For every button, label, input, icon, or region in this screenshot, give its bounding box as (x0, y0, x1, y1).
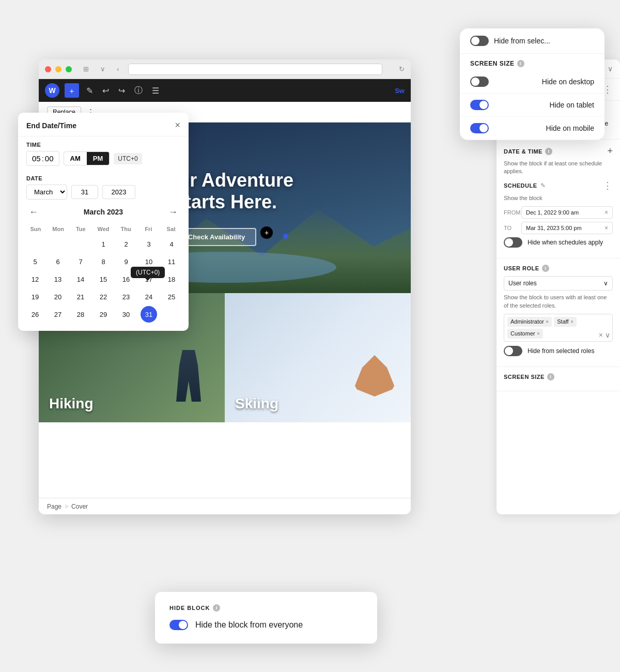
date-time-info-icon: i (545, 148, 552, 155)
schedule-edit-icon[interactable]: ✎ (540, 182, 546, 189)
hide-from-selected-toggle[interactable] (470, 36, 489, 46)
hide-from-selected-label: Hide from selec... (494, 37, 594, 45)
calendar-day-23[interactable]: 23 (118, 288, 134, 305)
from-label: FROM (504, 209, 518, 216)
date-time-plus-icon[interactable]: + (607, 146, 613, 157)
calendar-day-13[interactable]: 13 (50, 271, 66, 287)
redo-icon[interactable]: ↪ (116, 84, 127, 98)
day-header-tue: Tue (69, 224, 92, 234)
hour-display: 05 (32, 154, 41, 163)
pencil-icon[interactable]: ✎ (84, 84, 95, 98)
calendar-day-29[interactable]: 29 (95, 306, 112, 323)
schedule-options-icon[interactable]: ⋮ (603, 180, 613, 191)
pm-button[interactable]: PM (87, 152, 110, 165)
preview-button[interactable]: Sw (395, 87, 405, 95)
url-bar[interactable] (128, 64, 382, 75)
breadcrumb-separator: > (65, 503, 68, 510)
am-button[interactable]: AM (64, 152, 87, 165)
day-header-sun: Sun (24, 224, 47, 234)
calendar-days: 1234567891011121314151617181920212223242… (24, 236, 182, 323)
calendar-day-6[interactable]: 6 (50, 253, 66, 270)
hiking-title: Hiking (49, 395, 94, 412)
info-icon[interactable]: ⓘ (132, 83, 145, 98)
ampm-group: AM PM (64, 151, 110, 165)
calendar-day-8[interactable]: 8 (95, 253, 112, 270)
calendar-day-30[interactable]: 30 (118, 306, 134, 323)
to-clear-icon[interactable]: × (605, 224, 608, 232)
undo-icon[interactable]: ↩ (100, 84, 111, 98)
calendar-day-24[interactable]: 24 (141, 288, 157, 305)
tablet-toggle[interactable] (470, 100, 489, 110)
time-label: TIME (26, 142, 180, 148)
add-to-block-icon[interactable]: + (260, 226, 273, 239)
calendar-day-5[interactable]: 5 (27, 253, 43, 270)
hide-selected-roles-toggle[interactable] (504, 346, 522, 356)
calendar-day-3[interactable]: 3 (141, 236, 157, 252)
to-label: TO (504, 225, 518, 231)
list-view-icon[interactable]: ☰ (150, 84, 161, 98)
calendar-day-2[interactable]: 2 (118, 236, 134, 252)
calendar-day-25[interactable]: 25 (163, 288, 180, 305)
user-role-section: USER ROLE i User roles ∨ Show the block … (497, 258, 620, 367)
date-time-section: DATE & TIME i + Show the block if at lea… (497, 140, 620, 258)
datetime-popup-title: End Date/Time (26, 121, 76, 130)
hide-schedules-toggle-row: Hide when schedules apply (504, 237, 613, 248)
calendar-month-year: March 2023 (84, 208, 123, 216)
calendar-day-11[interactable]: 11 (163, 253, 180, 270)
calendar-day-27[interactable]: 27 (50, 306, 66, 323)
calendar-day-28[interactable]: 28 (72, 306, 89, 323)
hide-schedules-toggle[interactable] (504, 237, 522, 248)
calendar-day-26[interactable]: 26 (27, 306, 43, 323)
calendar-day-15[interactable]: 15 (95, 271, 112, 287)
screen-size-popup: Hide from selec... SCREEN SIZE i Hide on… (460, 28, 605, 140)
mobile-toggle[interactable] (470, 123, 489, 133)
prev-month-button[interactable]: ← (26, 205, 41, 219)
calendar-day-14[interactable]: 14 (72, 271, 89, 287)
datetime-close-button[interactable]: × (175, 120, 180, 131)
calendar-day-7[interactable]: 7 (72, 253, 89, 270)
roles-clear-icon[interactable]: × (599, 331, 603, 339)
year-input[interactable] (102, 185, 135, 199)
user-role-heading: USER ROLE i (504, 265, 613, 272)
breadcrumb-cover: Cover (71, 503, 88, 510)
from-clear-icon[interactable]: × (605, 209, 608, 216)
desktop-toggle[interactable] (470, 77, 489, 87)
hide-block-popup-toggle[interactable] (169, 620, 188, 630)
calendar-day-4[interactable]: 4 (163, 236, 180, 252)
calendar-day-12[interactable]: 12 (27, 271, 43, 287)
hide-schedules-label: Hide when schedules apply (528, 239, 603, 246)
calendar-day-21[interactable]: 21 (72, 288, 89, 305)
refresh-icon[interactable]: ↻ (399, 65, 405, 73)
user-roles-select[interactable]: User roles ∨ (504, 276, 613, 291)
from-value[interactable]: Dec 1, 2022 9:00 am × (521, 206, 613, 219)
user-role-info-icon: i (542, 265, 549, 272)
calendar-day-20[interactable]: 20 (50, 288, 66, 305)
date-time-description: Show the block if at least one schedule … (504, 160, 613, 176)
add-block-button[interactable]: + (65, 83, 79, 98)
next-month-button[interactable]: → (166, 205, 180, 219)
calendar-day-18[interactable]: 18 (163, 271, 180, 287)
minimize-dot[interactable] (55, 66, 61, 72)
calendar-day-1[interactable]: 1 (95, 236, 112, 252)
wp-logo: W (45, 83, 59, 98)
maximize-dot[interactable] (66, 66, 72, 72)
administrator-remove-icon[interactable]: × (546, 318, 549, 325)
back-icon[interactable]: ‹ (117, 65, 119, 73)
day-input[interactable] (71, 185, 98, 199)
hide-block-popup: HIDE BLOCK i Hide the block from everyon… (155, 592, 377, 644)
layout-icon: ⊞ (83, 65, 89, 73)
skiing-card: Skiing (225, 293, 411, 422)
role-tag-staff: Staff × (554, 317, 577, 327)
to-value[interactable]: Mar 31, 2023 5:00 pm × (521, 222, 613, 234)
calendar-day-31[interactable]: 31 (141, 306, 157, 323)
customer-remove-icon[interactable]: × (537, 330, 540, 337)
close-dot[interactable] (45, 66, 51, 72)
time-section: TIME 05 : 00 AM PM UTC+0 (18, 136, 189, 166)
roles-chevron-icon[interactable]: ∨ (605, 331, 610, 339)
calendar-day-22[interactable]: 22 (95, 288, 112, 305)
staff-remove-icon[interactable]: × (570, 318, 574, 325)
time-input[interactable]: 05 : 00 (26, 151, 59, 166)
utc-badge[interactable]: UTC+0 (114, 153, 142, 164)
month-select[interactable]: March (26, 185, 67, 200)
calendar-day-19[interactable]: 19 (27, 288, 43, 305)
